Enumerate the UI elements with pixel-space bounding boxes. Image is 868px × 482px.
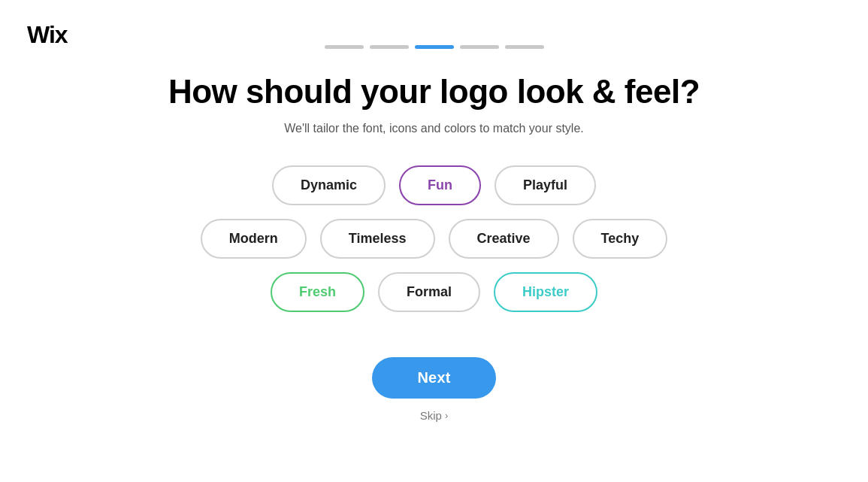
skip-chevron-icon: › xyxy=(445,410,448,421)
progress-segment-4 xyxy=(460,45,499,49)
option-fun[interactable]: Fun xyxy=(399,165,481,205)
options-row-3: Fresh Formal Hipster xyxy=(271,272,597,312)
wix-logo: Wix xyxy=(27,21,68,49)
page-title: How should your logo look & feel? xyxy=(168,73,700,111)
option-dynamic[interactable]: Dynamic xyxy=(272,165,386,205)
progress-segment-1 xyxy=(325,45,364,49)
options-container: Dynamic Fun Playful Modern Timeless Crea… xyxy=(201,165,667,312)
progress-segment-2 xyxy=(370,45,409,49)
option-timeless[interactable]: Timeless xyxy=(320,219,435,259)
next-button[interactable]: Next xyxy=(372,357,495,399)
option-creative[interactable]: Creative xyxy=(449,219,559,259)
options-row-1: Dynamic Fun Playful xyxy=(272,165,596,205)
option-formal[interactable]: Formal xyxy=(378,272,480,312)
option-techy[interactable]: Techy xyxy=(573,219,668,259)
progress-segment-5 xyxy=(505,45,544,49)
logo-text: Wix xyxy=(27,21,68,48)
option-modern[interactable]: Modern xyxy=(201,219,307,259)
option-fresh[interactable]: Fresh xyxy=(271,272,364,312)
page-subtitle: We'll tailor the font, icons and colors … xyxy=(284,122,584,135)
option-hipster[interactable]: Hipster xyxy=(494,272,597,312)
skip-link[interactable]: Skip › xyxy=(420,409,449,422)
progress-bar xyxy=(0,39,868,49)
options-row-2: Modern Timeless Creative Techy xyxy=(201,219,667,259)
progress-segment-3 xyxy=(415,45,454,49)
main-content: How should your logo look & feel? We'll … xyxy=(0,73,868,422)
skip-label: Skip xyxy=(420,409,442,422)
option-playful[interactable]: Playful xyxy=(494,165,596,205)
